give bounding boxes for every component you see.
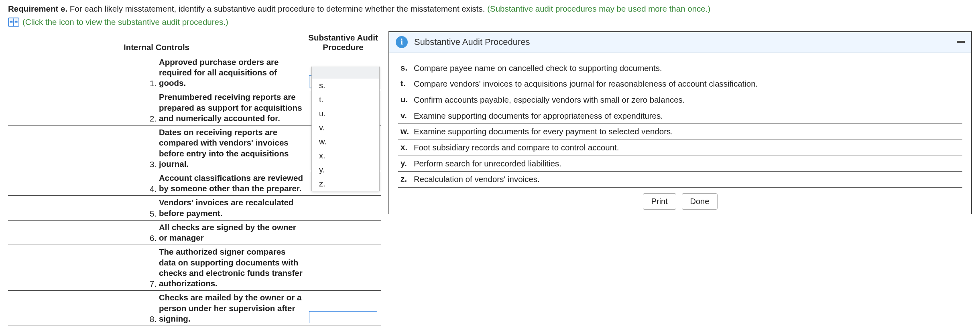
proc-desc: Perform search for unrecorded liabilitie… <box>411 156 962 172</box>
table-row: 9. All supporting documents are cancelle… <box>8 326 381 328</box>
list-item: x.Foot subsidiary records and compare to… <box>398 140 962 156</box>
requirement-label: Requirement e. <box>8 4 67 13</box>
row-text: Checks are mailed by the owner or a pers… <box>157 291 305 326</box>
table-row: 5. Vendors' invoices are recalculated be… <box>8 196 381 220</box>
col-header-procedure: Substantive Audit Procedure <box>305 31 381 55</box>
controls-table-wrap: Internal Controls Substantive Audit Proc… <box>8 31 381 328</box>
panel-title: Substantive Audit Procedures <box>414 37 950 47</box>
row-number: 3. <box>8 126 157 171</box>
row-text: Dates on receiving reports are compared … <box>157 126 305 171</box>
proc-label: u. <box>398 92 411 108</box>
row-number: 7. <box>8 245 157 291</box>
minimize-icon[interactable] <box>957 41 965 43</box>
proc-desc: Foot subsidiary records and compare to c… <box>411 140 962 156</box>
row-text: Approved purchase orders are required fo… <box>157 55 305 90</box>
done-button[interactable]: Done <box>682 193 718 210</box>
row-text: Prenumbered receiving reports are prepar… <box>157 90 305 126</box>
table-row: 8. Checks are mailed by the owner or a p… <box>8 291 381 326</box>
list-item: y.Perform search for unrecorded liabilit… <box>398 156 962 172</box>
dropdown-option[interactable]: y. <box>312 163 379 177</box>
proc-desc: Recalculation of vendors' invoices. <box>411 172 962 188</box>
proc-label: s. <box>398 61 411 76</box>
requirement-line: Requirement e. For each likely misstatem… <box>8 3 972 14</box>
proc-desc: Examine supporting documents for every p… <box>411 124 962 140</box>
proc-label: v. <box>398 108 411 124</box>
row-text: The authorized signer compares data on s… <box>157 245 305 291</box>
list-item: v.Examine supporting documents for appro… <box>398 108 962 124</box>
list-item: s.Compare payee name on cancelled check … <box>398 61 962 76</box>
row-text: Account classifications are reviewed by … <box>157 171 305 196</box>
row-number: 8. <box>8 291 157 326</box>
list-item: z.Recalculation of vendors' invoices. <box>398 172 962 188</box>
info-icon: i <box>396 36 408 48</box>
row-number: 4. <box>8 171 157 196</box>
print-button[interactable]: Print <box>643 193 676 210</box>
dropdown-option[interactable]: z. <box>312 177 379 191</box>
dropdown-option-blank[interactable] <box>312 67 379 79</box>
dropdown-option[interactable]: v. <box>312 121 379 135</box>
proc-desc: Confirm accounts payable, especially ven… <box>411 92 962 108</box>
requirement-note: (Substantive audit procedures may be use… <box>487 4 710 13</box>
row-number: 9. <box>8 326 157 328</box>
proc-desc: Compare payee name on cancelled check to… <box>411 61 962 76</box>
proc-desc: Examine supporting documents for appropr… <box>411 108 962 124</box>
hint-text: (Click the icon to view the substantive … <box>22 17 228 27</box>
row-text: Vendors' invoices are recalculated befor… <box>157 196 305 220</box>
list-item: w.Examine supporting documents for every… <box>398 124 962 140</box>
list-item: u.Confirm accounts payable, especially v… <box>398 92 962 108</box>
proc-desc: Compare vendors' invoices to acquisition… <box>411 76 962 92</box>
list-item: t.Compare vendors' invoices to acquisiti… <box>398 76 962 92</box>
proc-label: x. <box>398 140 411 156</box>
proc-label: t. <box>398 76 411 92</box>
dropdown-option[interactable]: u. <box>312 107 379 121</box>
proc-label: w. <box>398 124 411 140</box>
procedure-dropdown[interactable]: s. t. u. v. w. x. y. z. <box>311 67 380 191</box>
dropdown-option[interactable]: x. <box>312 149 379 163</box>
dropdown-option[interactable]: s. <box>312 79 379 93</box>
procedures-panel: i Substantive Audit Procedures s.Compare… <box>388 31 972 214</box>
row-number: 6. <box>8 220 157 245</box>
row-number: 1. <box>8 55 157 90</box>
row-number: 2. <box>8 90 157 126</box>
row-text: All checks are signed by the owner or ma… <box>157 220 305 245</box>
procedure-input-8[interactable] <box>309 311 377 323</box>
table-row: 7. The authorized signer compares data o… <box>8 245 381 291</box>
row-text: All supporting documents are cancelled a… <box>157 326 305 328</box>
book-icon[interactable] <box>8 17 19 27</box>
proc-label: z. <box>398 172 411 188</box>
dropdown-option[interactable]: w. <box>312 135 379 149</box>
dropdown-option[interactable]: t. <box>312 93 379 107</box>
col-header-controls: Internal Controls <box>8 31 305 55</box>
requirement-text: For each likely misstatement, identify a… <box>70 4 485 13</box>
table-row: 6. All checks are signed by the owner or… <box>8 220 381 245</box>
procedures-list: s.Compare payee name on cancelled check … <box>398 61 962 188</box>
row-number: 5. <box>8 196 157 220</box>
proc-label: y. <box>398 156 411 172</box>
